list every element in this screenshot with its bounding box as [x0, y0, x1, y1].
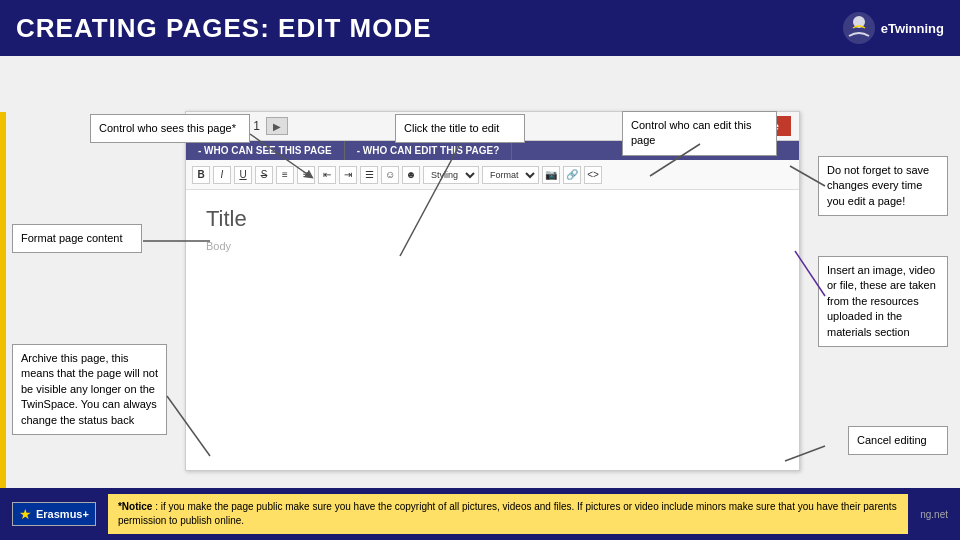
main-content: ◀ Page 1 ▶ Save - WHO CAN SEE THIS PAGE …	[0, 56, 960, 540]
editor-title-placeholder: Title	[206, 206, 779, 232]
annotation-control-sees: Control who sees this page*	[90, 114, 250, 143]
annotation-control-edit: Control who can edit this page	[622, 111, 777, 156]
page-nav-next[interactable]: ▶	[266, 117, 288, 135]
editor-container[interactable]: ◀ Page 1 ▶ Save - WHO CAN SEE THIS PAGE …	[185, 111, 800, 471]
toolbar-strikethrough[interactable]: S	[255, 166, 273, 184]
toolbar-unordered[interactable]: ≡	[276, 166, 294, 184]
toolbar-source[interactable]: <>	[584, 166, 602, 184]
annotation-do-not-forget: Do not forget to save changes every time…	[818, 156, 948, 216]
annotation-format-page: Format page content	[12, 224, 142, 253]
footer: ★ Erasmus+ *Notice : if you make the pag…	[0, 488, 960, 540]
toolbar-italic[interactable]: I	[213, 166, 231, 184]
editor-toolbar: B I U S ≡ ≡ ⇤ ⇥ ☰ ☺ ☻ Styling Format 📷 🔗…	[186, 160, 799, 190]
toolbar-format-dropdown[interactable]: Format	[482, 166, 539, 184]
annotation-archive: Archive this page, this means that the p…	[12, 344, 167, 435]
toolbar-bold[interactable]: B	[192, 166, 210, 184]
toolbar-align-center[interactable]: ☺	[381, 166, 399, 184]
etwinning-logo-icon	[841, 10, 877, 46]
tab-who-can-see[interactable]: - WHO CAN SEE THIS PAGE	[186, 141, 345, 160]
editor-body[interactable]: Title Body	[186, 190, 799, 268]
etwinning-text: eTwinning	[881, 21, 944, 36]
tab-who-can-edit[interactable]: - WHO CAN EDIT THIS PAGE?	[345, 141, 513, 160]
annotation-insert-media: Insert an image, video or file, these ar…	[818, 256, 948, 347]
editor-body-placeholder: Body	[206, 240, 779, 252]
toolbar-align-right[interactable]: ☻	[402, 166, 420, 184]
etwinning-logo: eTwinning	[841, 10, 944, 46]
toolbar-underline[interactable]: U	[234, 166, 252, 184]
notice-box: *Notice : if you make the page public ma…	[108, 494, 908, 534]
erasmus-label: Erasmus+	[36, 508, 89, 520]
left-accent-bar	[0, 112, 6, 540]
erasmus-badge: ★ Erasmus+	[12, 502, 96, 526]
erasmus-star-icon: ★	[19, 506, 32, 522]
toolbar-image[interactable]: 📷	[542, 166, 560, 184]
toolbar-indent-more[interactable]: ⇥	[339, 166, 357, 184]
toolbar-link[interactable]: 🔗	[563, 166, 581, 184]
toolbar-ordered[interactable]: ≡	[297, 166, 315, 184]
notice-label: *Notice	[118, 501, 152, 512]
header: CREATING PAGES: EDIT MODE eTwinning	[0, 0, 960, 56]
toolbar-align-left[interactable]: ☰	[360, 166, 378, 184]
annotation-click-title: Click the title to edit	[395, 114, 525, 143]
toolbar-indent-less[interactable]: ⇤	[318, 166, 336, 184]
annotation-cancel-editing: Cancel editing	[848, 426, 948, 455]
page-title: CREATING PAGES: EDIT MODE	[16, 13, 432, 44]
toolbar-style-dropdown[interactable]: Styling	[423, 166, 479, 184]
notice-text: : if you make the page public make sure …	[118, 501, 897, 526]
footer-url: ng.net	[920, 509, 948, 520]
